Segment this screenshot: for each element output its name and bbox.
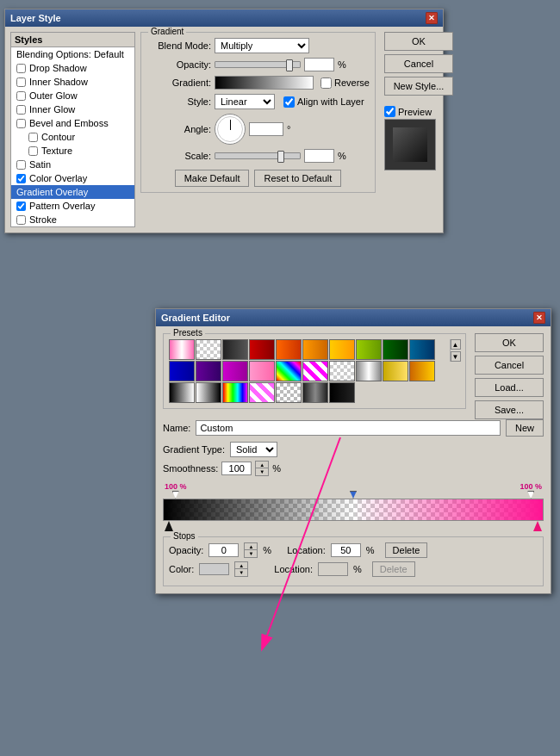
preset-item-p18[interactable] [356, 361, 382, 381]
preset-item-p9[interactable] [383, 339, 408, 360]
sidebar-item-bevel-emboss[interactable]: Bevel and Emboss [11, 116, 134, 130]
checkbox-drop-shadow[interactable] [16, 64, 26, 73]
sidebar-item-pattern-overlay[interactable]: Pattern Overlay [11, 199, 134, 213]
blend-mode-select[interactable]: NormalDissolveDarkenMultiplyColor BurnLi… [215, 38, 309, 53]
reset-to-default-button[interactable]: Reset to Default [254, 170, 341, 187]
preset-item-p6[interactable] [302, 339, 328, 360]
sidebar-item-gradient-overlay[interactable]: Gradient Overlay [11, 185, 134, 199]
checkbox-color-overlay[interactable] [16, 174, 26, 183]
ge-load-button[interactable]: Load... [475, 378, 544, 397]
sidebar-item-inner-shadow[interactable]: Inner Shadow [11, 75, 134, 89]
stops-color-stepper[interactable]: ▲ ▼ [234, 561, 248, 577]
stops-color-delete-button[interactable]: Delete [372, 561, 415, 577]
preset-item-p21[interactable] [169, 382, 195, 403]
stops-color-up[interactable]: ▲ [235, 562, 247, 569]
preset-item-p12[interactable] [196, 361, 221, 381]
preset-item-p20[interactable] [409, 361, 435, 381]
stops-opacity-down[interactable]: ▼ [245, 550, 257, 557]
sidebar-item-satin[interactable]: Satin [11, 158, 134, 171]
sidebar-item-color-overlay[interactable]: Color Overlay [11, 171, 134, 185]
checkbox-texture[interactable] [28, 146, 38, 156]
checkbox-bevel-emboss[interactable] [16, 119, 26, 128]
sidebar-item-outer-glow[interactable]: Outer Glow [11, 89, 134, 102]
preset-item-p7[interactable] [329, 339, 355, 360]
preset-item-p15[interactable] [276, 361, 302, 381]
stops-opacity-stepper[interactable]: ▲ ▼ [244, 542, 258, 558]
scroll-down-arrow[interactable]: ▼ [451, 351, 461, 362]
preset-item-p25[interactable] [276, 382, 302, 403]
checkbox-satin[interactable] [16, 160, 26, 170]
sidebar-item-inner-glow[interactable]: Inner Glow [11, 102, 134, 116]
smoothness-input[interactable] [221, 462, 252, 475]
preset-item-p16[interactable] [302, 361, 328, 381]
opacity-value-input[interactable]: 89 [304, 58, 334, 71]
opacity-stop-left[interactable]: 100 % [165, 482, 187, 499]
preset-item-p17[interactable] [329, 361, 355, 381]
checkbox-pattern-overlay[interactable] [16, 201, 26, 211]
scale-slider[interactable] [215, 152, 301, 159]
style-select[interactable]: LinearRadialAngleReflectedDiamond [215, 94, 275, 109]
stops-opacity-up[interactable]: ▲ [245, 543, 257, 550]
preset-item-p10[interactable] [409, 339, 435, 360]
checkbox-outer-glow[interactable] [16, 91, 26, 101]
sidebar-item-stroke[interactable]: Stroke [11, 213, 134, 226]
ge-cancel-button[interactable]: Cancel [475, 356, 544, 375]
preset-item-p1[interactable] [169, 339, 195, 360]
preset-item-p19[interactable] [383, 361, 408, 381]
opacity-slider[interactable] [215, 61, 301, 68]
checkbox-inner-glow[interactable] [16, 105, 26, 115]
preset-item-p4[interactable] [249, 339, 275, 360]
preset-item-p11[interactable] [169, 361, 195, 381]
gradient-preview-swatch[interactable] [215, 76, 314, 90]
new-style-button[interactable]: New Style... [384, 77, 453, 96]
stops-opacity-input[interactable] [208, 543, 239, 557]
name-input[interactable] [196, 420, 501, 436]
opacity-stop-right[interactable]: 100 % [520, 482, 542, 499]
stops-color-down[interactable]: ▼ [235, 569, 247, 576]
smoothness-stepper[interactable]: ▲ ▼ [255, 461, 269, 476]
preset-item-p2[interactable] [196, 339, 221, 360]
preset-item-p5[interactable] [276, 339, 302, 360]
smoothness-up-btn[interactable]: ▲ [256, 462, 268, 468]
preview-checkbox[interactable] [384, 106, 395, 117]
angle-dial-container[interactable] [215, 114, 246, 145]
cancel-button[interactable]: Cancel [384, 54, 453, 73]
preset-item-p8[interactable] [356, 339, 382, 360]
sidebar-item-blending-options[interactable]: Blending Options: Default [11, 47, 134, 61]
preset-item-p23[interactable] [222, 382, 248, 403]
color-stop-left-marker[interactable] [165, 521, 173, 531]
preset-item-p26[interactable] [302, 382, 328, 403]
preset-item-p14[interactable] [249, 361, 275, 381]
preset-item-p13[interactable] [222, 361, 248, 381]
opacity-stop-middle[interactable] [350, 491, 357, 499]
scale-value-input[interactable]: 120 [304, 149, 334, 163]
preset-item-p24[interactable] [249, 382, 275, 403]
sidebar-item-texture[interactable]: Texture [11, 144, 134, 158]
sidebar-item-drop-shadow[interactable]: Drop Shadow [11, 61, 134, 75]
stops-color-location-input[interactable] [318, 562, 348, 576]
preset-item-p3[interactable] [222, 339, 248, 360]
checkbox-stroke[interactable] [16, 215, 26, 225]
gradient-editor-close-button[interactable]: ✕ [533, 312, 545, 324]
align-layer-checkbox[interactable] [283, 96, 295, 108]
angle-value-input[interactable]: 90 [249, 122, 283, 136]
preset-item-p22[interactable] [196, 382, 221, 403]
stops-location-input[interactable] [331, 543, 361, 557]
ge-save-button[interactable]: Save... [475, 400, 544, 419]
new-gradient-button[interactable]: New [506, 419, 544, 437]
reverse-checkbox[interactable] [320, 77, 332, 89]
sidebar-item-contour[interactable]: Contour [11, 130, 134, 144]
checkbox-contour[interactable] [28, 133, 38, 142]
smoothness-down-btn[interactable]: ▼ [256, 468, 268, 475]
color-stop-right-marker[interactable] [533, 521, 542, 531]
make-default-button[interactable]: Make Default [175, 170, 250, 187]
stops-delete-button[interactable]: Delete [385, 542, 428, 558]
checkbox-inner-shadow[interactable] [16, 77, 26, 87]
gradient-type-select[interactable]: Solid Noise [230, 442, 277, 457]
gradient-main-bar[interactable] [163, 499, 544, 521]
ge-ok-button[interactable]: OK [475, 333, 544, 352]
scroll-up-arrow[interactable]: ▲ [451, 339, 461, 350]
preset-item-p27[interactable] [329, 382, 355, 403]
layer-style-close-button[interactable]: ✕ [426, 12, 438, 24]
stops-color-preview[interactable] [199, 563, 229, 575]
